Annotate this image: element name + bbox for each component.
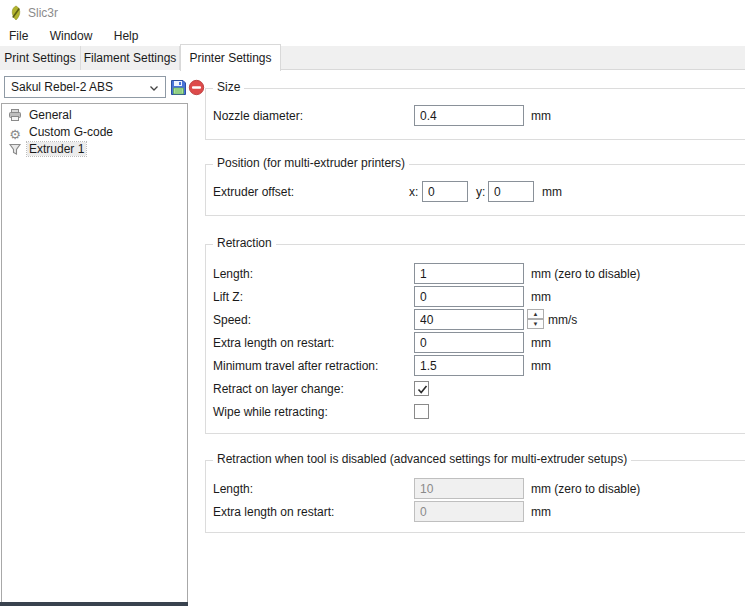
field-label: Lift Z: bbox=[213, 290, 243, 304]
tree-item-label: Extruder 1 bbox=[27, 142, 86, 156]
menu-help[interactable]: Help bbox=[105, 27, 148, 46]
tree-item-label: General bbox=[27, 108, 74, 122]
tab-printer-settings[interactable]: Printer Settings bbox=[180, 44, 281, 71]
section-size: Size Nozzle diameter: mm bbox=[205, 88, 745, 140]
menu-window[interactable]: Window bbox=[41, 27, 102, 46]
menubar: File Window Help bbox=[0, 27, 745, 46]
window-title: Slic3r bbox=[28, 6, 58, 20]
field-unit: mm bbox=[531, 505, 551, 519]
min-travel-input[interactable] bbox=[414, 355, 524, 376]
spinner-up-icon[interactable]: ▲ bbox=[527, 309, 544, 319]
extra-length-restart-input[interactable] bbox=[414, 332, 524, 353]
row-retract-layer-change: Retract on layer change: bbox=[206, 378, 745, 401]
section-title: Size bbox=[213, 80, 244, 94]
nozzle-diameter-input[interactable] bbox=[414, 105, 524, 126]
field-unit: mm bbox=[531, 290, 551, 304]
field-label: Extruder offset: bbox=[213, 185, 294, 199]
row-retract-length: Length: mm (zero to disable) bbox=[206, 263, 745, 286]
field-unit: mm bbox=[531, 336, 551, 350]
section-retraction: Retraction Length: mm (zero to disable) … bbox=[205, 244, 745, 434]
settings-tree: General ⚙Custom G-code Extruder 1 bbox=[1, 103, 188, 606]
lift-z-input[interactable] bbox=[414, 286, 524, 307]
section-title: Retraction bbox=[213, 236, 276, 250]
field-label: Extra length on restart: bbox=[213, 505, 334, 519]
extruder-offset-x-input[interactable] bbox=[422, 181, 468, 202]
tab-print-settings[interactable]: Print Settings bbox=[0, 46, 81, 70]
retract-speed-input[interactable] bbox=[414, 309, 524, 330]
field-label: Wipe while retracting: bbox=[213, 405, 328, 419]
row-tooloff-length: Length: mm (zero to disable) bbox=[206, 478, 745, 501]
field-label: Extra length on restart: bbox=[213, 336, 334, 350]
section-title: Retraction when tool is disabled (advanc… bbox=[213, 452, 631, 466]
field-label: Minimum travel after retraction: bbox=[213, 359, 378, 373]
tree-item-label: Custom G-code bbox=[27, 125, 115, 139]
retract-speed-spinner: ▲ ▼ bbox=[527, 309, 544, 330]
field-unit: mm bbox=[531, 109, 551, 123]
taskbar-fragment bbox=[0, 602, 188, 606]
field-unit: mm bbox=[542, 185, 562, 199]
tree-item-custom-gcode[interactable]: ⚙Custom G-code bbox=[2, 124, 187, 141]
floppy-save-icon bbox=[170, 84, 187, 99]
row-lift-z: Lift Z: mm bbox=[206, 286, 745, 309]
field-label: Speed: bbox=[213, 313, 251, 327]
tree-item-extruder-1[interactable]: Extruder 1 bbox=[2, 141, 187, 158]
slic3r-leaf-icon bbox=[8, 5, 24, 21]
field-label: Length: bbox=[213, 482, 253, 496]
section-title: Position (for multi-extruder printers) bbox=[213, 156, 409, 170]
wipe-retracting-checkbox[interactable] bbox=[414, 404, 429, 419]
spinner-down-icon[interactable]: ▼ bbox=[527, 319, 544, 329]
tab-filament-settings[interactable]: Filament Settings bbox=[81, 46, 180, 70]
tooloff-length-input bbox=[414, 478, 524, 499]
x-axis-label: x: bbox=[409, 185, 418, 199]
retract-length-input[interactable] bbox=[414, 263, 524, 284]
chevron-down-icon bbox=[147, 81, 161, 95]
row-retract-speed: Speed: ▲ ▼ mm/s bbox=[206, 309, 745, 332]
settings-tabstrip: Print Settings Filament Settings Printer… bbox=[0, 46, 745, 70]
section-position: Position (for multi-extruder printers) E… bbox=[205, 164, 745, 216]
tooloff-extra-length-input bbox=[414, 501, 524, 522]
field-unit: mm/s bbox=[548, 313, 577, 327]
row-extruder-offset: Extruder offset: x: y: mm bbox=[206, 181, 745, 204]
tree-item-general[interactable]: General bbox=[2, 107, 187, 124]
row-tooloff-extra-length: Extra length on restart: mm bbox=[206, 501, 745, 524]
remove-preset-icon bbox=[188, 84, 205, 99]
field-unit: mm bbox=[531, 359, 551, 373]
row-min-travel: Minimum travel after retraction: mm bbox=[206, 355, 745, 378]
field-unit: mm (zero to disable) bbox=[531, 482, 640, 496]
field-label: Nozzle diameter: bbox=[213, 109, 303, 123]
save-preset-button[interactable] bbox=[170, 79, 187, 96]
retract-layer-change-checkbox[interactable] bbox=[414, 381, 429, 396]
delete-preset-button[interactable] bbox=[188, 79, 205, 96]
row-nozzle-diameter: Nozzle diameter: mm bbox=[206, 105, 745, 128]
extruder-offset-y-input[interactable] bbox=[488, 181, 534, 202]
slic3r-window: Slic3r File Window Help Print Settings F… bbox=[0, 0, 745, 606]
field-label: Length: bbox=[213, 267, 253, 281]
preset-select[interactable]: Sakul Rebel-2 ABS bbox=[4, 76, 166, 98]
field-unit: mm (zero to disable) bbox=[531, 267, 640, 281]
funnel-icon bbox=[7, 142, 23, 158]
row-wipe-retracting: Wipe while retracting: bbox=[206, 401, 745, 424]
field-label: Retract on layer change: bbox=[213, 382, 344, 396]
row-extra-length-restart: Extra length on restart: mm bbox=[206, 332, 745, 355]
titlebar: Slic3r bbox=[0, 0, 745, 27]
menu-file[interactable]: File bbox=[0, 27, 37, 46]
y-axis-label: y: bbox=[476, 185, 485, 199]
preset-selected-value: Sakul Rebel-2 ABS bbox=[11, 80, 113, 94]
printer-icon bbox=[7, 108, 23, 124]
section-retraction-tool-disabled: Retraction when tool is disabled (advanc… bbox=[205, 460, 745, 533]
